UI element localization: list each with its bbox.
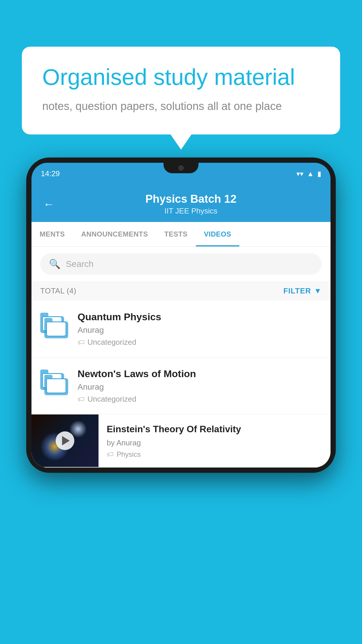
filter-row: TOTAL (4) FILTER ▼ xyxy=(31,281,331,301)
status-icons: ▾▾ ▲ ▮ xyxy=(296,170,321,178)
phone-wrapper: 14:29 ▾▾ ▲ ▮ ← Physics Batch 12 IIT JEE xyxy=(26,158,336,644)
tag-icon: 🏷 xyxy=(78,338,85,346)
status-bar: 14:29 ▾▾ ▲ ▮ xyxy=(31,163,331,185)
camera-dot xyxy=(178,165,184,171)
video-title: Einstein's Theory Of Relativity xyxy=(107,423,322,435)
subtitle-physics: Physics xyxy=(191,206,217,215)
author-name: Anurag xyxy=(116,438,141,447)
tag-label: Uncategorized xyxy=(87,395,136,404)
list-item[interactable]: Quantum Physics Anurag 🏷 Uncategorized xyxy=(31,301,331,358)
tag-label: Physics xyxy=(117,450,141,459)
author-prefix: by xyxy=(107,438,115,447)
search-bar[interactable]: 🔍 Search xyxy=(40,253,322,275)
video-tag: 🏷 Uncategorized xyxy=(78,395,322,404)
video-info-newton: Newton's Laws of Motion Anurag 🏷 Uncateg… xyxy=(78,368,322,404)
status-time: 14:29 xyxy=(41,169,60,178)
list-item[interactable]: Newton's Laws of Motion Anurag 🏷 Uncateg… xyxy=(31,358,331,414)
double-folder-icon xyxy=(40,370,69,396)
video-info-einstein: Einstein's Theory Of Relativity by Anura… xyxy=(99,414,331,467)
tag-icon: 🏷 xyxy=(107,450,114,459)
app-screen: ← Physics Batch 12 IIT JEE Physics MENTS… xyxy=(31,185,331,468)
signal-icon: ▲ xyxy=(307,170,314,178)
filter-button[interactable]: FILTER ▼ xyxy=(283,286,322,295)
play-triangle-icon xyxy=(62,436,70,445)
tab-announcements[interactable]: ANNOUNCEMENTS xyxy=(73,222,156,246)
tag-label: Uncategorized xyxy=(87,338,136,347)
batch-title: Physics Batch 12 xyxy=(63,193,319,205)
wifi-icon: ▾▾ xyxy=(296,170,303,178)
phone-notch xyxy=(164,163,198,173)
back-button[interactable]: ← xyxy=(43,198,54,211)
tabs-bar: MENTS ANNOUNCEMENTS TESTS VIDEOS xyxy=(31,222,331,247)
video-folder-icon-quantum xyxy=(40,311,69,340)
filter-label: FILTER xyxy=(283,286,311,295)
video-author: by Anurag xyxy=(107,438,322,447)
video-list: Quantum Physics Anurag 🏷 Uncategorized xyxy=(31,301,331,468)
filter-funnel-icon: ▼ xyxy=(314,286,322,295)
tab-ments[interactable]: MENTS xyxy=(31,222,73,246)
search-placeholder: Search xyxy=(66,259,94,269)
tab-videos[interactable]: VIDEOS xyxy=(196,222,240,246)
video-thumbnail-einstein xyxy=(31,414,99,467)
bubble-subtitle: notes, question papers, solutions all at… xyxy=(42,99,320,114)
search-icon: 🔍 xyxy=(49,258,61,270)
list-item[interactable]: Einstein's Theory Of Relativity by Anura… xyxy=(31,414,331,468)
tab-tests[interactable]: TESTS xyxy=(156,222,196,246)
batch-subtitle: IIT JEE Physics xyxy=(63,206,319,216)
video-info-quantum: Quantum Physics Anurag 🏷 Uncategorized xyxy=(78,311,322,347)
bubble-title: Organised study material xyxy=(42,64,320,90)
video-title: Newton's Laws of Motion xyxy=(78,368,322,379)
play-button[interactable] xyxy=(56,431,74,450)
app-header: ← Physics Batch 12 IIT JEE Physics xyxy=(31,185,331,222)
video-title: Quantum Physics xyxy=(78,311,322,323)
video-folder-icon-newton xyxy=(40,368,69,397)
phone-device: 14:29 ▾▾ ▲ ▮ ← Physics Batch 12 IIT JEE xyxy=(26,158,336,473)
subtitle-iitjee: IIT JEE xyxy=(164,206,189,215)
double-folder-icon xyxy=(40,313,69,339)
battery-icon: ▮ xyxy=(317,170,321,178)
video-tag: 🏷 Uncategorized xyxy=(78,338,322,347)
header-title-block: Physics Batch 12 IIT JEE Physics xyxy=(63,193,319,216)
search-container: 🔍 Search xyxy=(31,247,331,281)
video-author: Anurag xyxy=(78,326,322,335)
tag-icon: 🏷 xyxy=(78,395,85,403)
total-count: TOTAL (4) xyxy=(40,286,76,295)
video-author: Anurag xyxy=(78,382,322,392)
video-tag: 🏷 Physics xyxy=(107,450,322,459)
speech-bubble: Organised study material notes, question… xyxy=(22,47,340,134)
